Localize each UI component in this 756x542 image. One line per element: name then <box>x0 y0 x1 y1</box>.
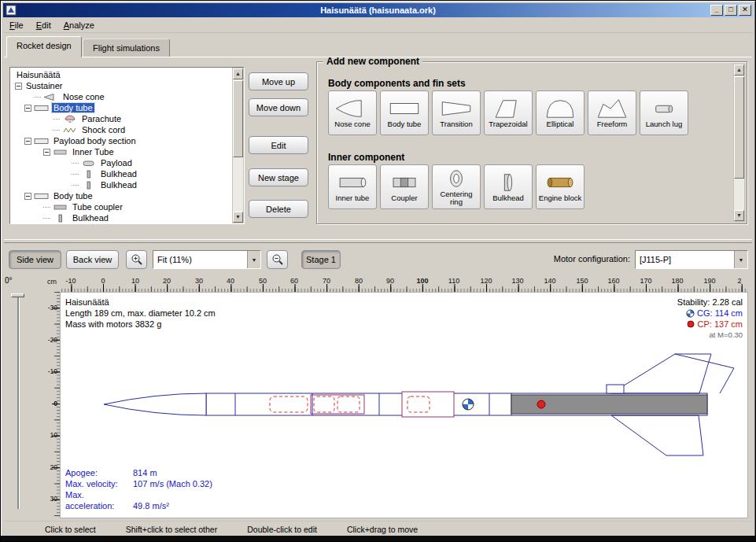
bulkhead-icon <box>490 171 526 194</box>
add-coupler-button[interactable]: Coupler <box>380 164 429 209</box>
rotation-slider-handle[interactable] <box>11 293 24 297</box>
tree-item-payload-body-section[interactable]: Payload body section <box>12 135 231 146</box>
tree-item-rocket[interactable]: Haisunäätä <box>12 69 231 80</box>
scrollbar-thumb[interactable] <box>233 80 243 157</box>
tree-item-payload[interactable]: Payload <box>12 157 231 168</box>
tab-flight-simulations[interactable]: Flight simulations <box>83 39 170 57</box>
scroll-up-icon[interactable]: ▲ <box>734 65 744 76</box>
tab-rocket-design[interactable]: Rocket design <box>6 36 82 57</box>
add-component-panel: Add new component Body components and fi… <box>316 61 747 224</box>
delete-button[interactable]: Delete <box>249 200 308 218</box>
side-view-button[interactable]: Side view <box>9 250 61 269</box>
add-transition-button[interactable]: Transition <box>432 90 481 135</box>
zoom-in-button[interactable] <box>126 250 147 269</box>
nose-cone-icon <box>43 93 59 101</box>
menu-edit[interactable]: Edit <box>30 19 57 31</box>
scroll-down-icon[interactable]: ▼ <box>734 210 744 221</box>
tree-item-label[interactable]: Haisunäätä <box>15 70 62 79</box>
ruler-label: 50 <box>259 277 267 285</box>
add-inner-tube-button[interactable]: Inner tube <box>328 164 377 209</box>
ruler-label: -10 <box>65 277 76 285</box>
menu-file[interactable]: File <box>3 19 30 31</box>
edit-button[interactable]: Edit <box>249 136 308 154</box>
scroll-up-icon[interactable]: ▲ <box>233 68 243 79</box>
add-body-tube-button[interactable]: Body tube <box>380 90 429 135</box>
collapse-icon[interactable] <box>24 105 31 112</box>
motor-configuration-value: [J115-P] <box>636 255 734 264</box>
tree-scrollbar[interactable]: ▲ ▼ <box>232 68 244 223</box>
split-divider[interactable] <box>4 239 752 243</box>
collapse-icon[interactable] <box>24 193 31 200</box>
component-panel-scrollbar[interactable]: ▲ ▼ <box>733 64 745 222</box>
add-nose-cone-button[interactable]: Nose cone <box>328 90 377 135</box>
scrollbar-thumb[interactable] <box>734 76 744 179</box>
rocket-canvas[interactable]: Haisunäätä Length 189 cm, max. diameter … <box>60 292 748 518</box>
tree-item-bulkhead[interactable]: Bulkhead <box>12 179 231 190</box>
tree-item-label-selected[interactable]: Body tube <box>52 103 94 112</box>
tree-item-label[interactable]: Payload body section <box>52 136 138 146</box>
add-elliptical-fin-button[interactable]: Elliptical <box>536 90 585 135</box>
inner-tube-icon <box>53 148 68 157</box>
tree-item-parachute[interactable]: Parachute <box>12 113 231 124</box>
add-centering-ring-button[interactable]: Centering ring <box>432 164 481 209</box>
tree-item-body-tube[interactable]: Body tube <box>12 102 231 113</box>
add-bulkhead-button[interactable]: Bulkhead <box>484 164 533 209</box>
add-launch-lug-button[interactable]: Launch lug <box>640 90 688 135</box>
body-tube-icon <box>386 98 422 120</box>
tree-item-label[interactable]: Shock cord <box>80 125 127 135</box>
add-trapezoidal-fin-button[interactable]: Trapezoidal <box>484 90 533 135</box>
tree-item-inner-tube[interactable]: Inner Tube <box>12 146 231 157</box>
scroll-down-icon[interactable]: ▼ <box>233 212 243 223</box>
tree-item-nose-cone[interactable]: Nose cone <box>12 91 231 102</box>
tree-item-label[interactable]: Body tube <box>52 191 94 201</box>
component-tree[interactable]: Haisunäätä Sustainer Nose cone Body tube… <box>9 67 245 224</box>
add-freeform-fin-button[interactable]: Freeform <box>588 90 636 135</box>
tree-item-label[interactable]: Bulkhead <box>99 180 138 190</box>
ruler-label: 70 <box>323 277 330 285</box>
back-view-button[interactable]: Back view <box>66 250 119 269</box>
bottom-strip <box>1 536 755 541</box>
body-tube-icon <box>34 192 50 201</box>
minimize-button[interactable]: _ <box>710 5 723 16</box>
new-stage-button[interactable]: New stage <box>249 168 308 186</box>
tree-item-sustainer[interactable]: Sustainer <box>12 80 231 91</box>
ruler-label: 80 <box>355 277 363 285</box>
move-up-button[interactable]: Move up <box>249 72 308 90</box>
titlebar[interactable]: Haisunäätä (haisunaata.ork) _ □ ✕ <box>3 3 753 17</box>
tree-item-tube-coupler[interactable]: Tube coupler <box>12 201 231 212</box>
close-button[interactable]: ✕ <box>739 5 751 16</box>
tree-item-label[interactable]: Sustainer <box>24 81 64 90</box>
move-down-button[interactable]: Move down <box>249 98 308 116</box>
tree-item-label[interactable]: Bulkhead <box>99 169 138 179</box>
tree-item-bulkhead[interactable]: Bulkhead <box>12 212 231 223</box>
ruler-label: 10 <box>131 277 139 285</box>
collapse-icon[interactable] <box>43 149 50 156</box>
tree-item-bulkhead[interactable]: Bulkhead <box>12 168 231 179</box>
maximize-button[interactable]: □ <box>725 5 737 16</box>
tree-item-label[interactable]: Bulkhead <box>71 213 110 223</box>
tree-item-body-tube-2[interactable]: Body tube <box>12 190 231 201</box>
collapse-icon[interactable] <box>15 83 22 90</box>
component-label: Freeform <box>596 120 629 128</box>
zoom-out-button[interactable] <box>267 250 288 269</box>
tree-item-label[interactable]: Nose cone <box>61 92 106 101</box>
tree-item-label[interactable]: Parachute <box>80 114 123 124</box>
collapse-icon[interactable] <box>24 138 31 145</box>
tree-item-shock-cord[interactable]: Shock cord <box>12 124 231 135</box>
cp-icon <box>687 320 695 328</box>
chevron-down-icon[interactable]: ▼ <box>734 251 747 268</box>
rotation-slider[interactable] <box>17 295 20 509</box>
statusbar: Click to select Shift+click to select ot… <box>4 521 752 536</box>
tree-item-label[interactable]: Tube coupler <box>71 202 124 212</box>
max-velocity-value: 107 m/s (Mach 0.32) <box>133 479 212 489</box>
cg-icon <box>686 309 695 318</box>
tree-item-label[interactable]: Payload <box>99 158 134 168</box>
stage-1-toggle[interactable]: Stage 1 <box>301 250 341 269</box>
add-engine-block-button[interactable]: Engine block <box>536 164 585 209</box>
chevron-down-icon[interactable]: ▼ <box>247 251 260 268</box>
zoom-select[interactable]: Fit (11%) ▼ <box>153 250 261 269</box>
cp-marker <box>537 400 545 408</box>
tree-item-label[interactable]: Inner Tube <box>71 147 116 157</box>
menu-analyze[interactable]: Analyze <box>57 19 101 31</box>
motor-configuration-select[interactable]: [J115-P] ▼ <box>635 250 748 269</box>
